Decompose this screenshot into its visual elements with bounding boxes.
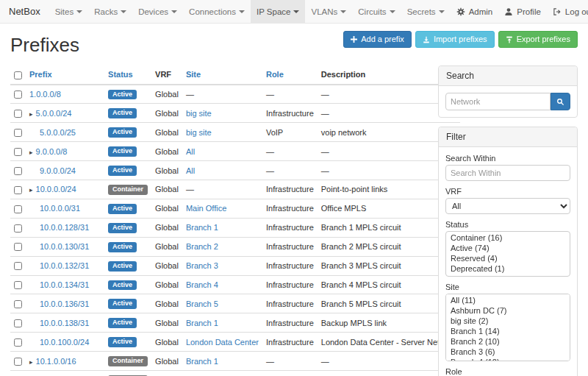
row-checkbox[interactable] bbox=[14, 224, 22, 233]
status-badge: Container bbox=[108, 185, 148, 195]
nav-item-devices[interactable]: Devices bbox=[132, 0, 183, 23]
site-filter-option[interactable]: Ashburn DC (7) bbox=[446, 305, 570, 316]
nav-item-connections[interactable]: Connections bbox=[183, 0, 251, 23]
row-checkbox[interactable] bbox=[14, 91, 22, 99]
prefix-link[interactable]: 10.0.100.0/24 bbox=[40, 338, 89, 347]
row-checkbox[interactable] bbox=[14, 129, 22, 137]
site-link[interactable]: All bbox=[186, 147, 195, 156]
row-checkbox[interactable] bbox=[14, 205, 22, 213]
prefix-link[interactable]: 10.0.0.0/31 bbox=[40, 204, 80, 213]
search-input[interactable] bbox=[445, 93, 551, 110]
column-header-site[interactable]: Site bbox=[182, 65, 262, 85]
site-filter-option[interactable]: big site (2) bbox=[446, 316, 570, 326]
row-checkbox[interactable] bbox=[14, 110, 22, 118]
row-checkbox[interactable] bbox=[14, 148, 22, 156]
status-badge: Active bbox=[108, 337, 137, 347]
column-header-role[interactable]: Role bbox=[262, 65, 318, 85]
search-button[interactable] bbox=[551, 93, 570, 110]
add-prefix-button[interactable]: Add a prefix bbox=[343, 31, 412, 48]
brand-logo[interactable]: NetBox bbox=[7, 0, 49, 23]
status-badge: Active bbox=[108, 299, 137, 309]
prefix-link[interactable]: 9.0.0.0/8 bbox=[36, 147, 68, 156]
prefix-link[interactable]: 10.0.0.0/24 bbox=[36, 185, 76, 194]
import-prefixes-button[interactable]: Import prefixes bbox=[415, 31, 495, 48]
nav-item-vlans[interactable]: VLANs bbox=[305, 0, 352, 23]
prefix-link[interactable]: 10.0.0.128/31 bbox=[40, 223, 89, 232]
site-filter-option[interactable]: All (11) bbox=[446, 295, 570, 305]
prefix-link[interactable]: 5.0.0.0/24 bbox=[36, 109, 72, 118]
status-badge: Active bbox=[108, 261, 137, 272]
row-checkbox[interactable] bbox=[14, 167, 22, 175]
role-value: — bbox=[266, 357, 274, 366]
role-value: Infrastructure bbox=[266, 338, 314, 347]
site-filter-option[interactable]: Branch 2 (10) bbox=[446, 336, 570, 347]
nav-item-sites[interactable]: Sites bbox=[49, 0, 89, 23]
site-filter-option[interactable]: Branch 3 (6) bbox=[446, 347, 570, 357]
site-link[interactable]: All bbox=[186, 166, 195, 175]
row-checkbox[interactable] bbox=[14, 262, 22, 270]
row-checkbox[interactable] bbox=[14, 186, 22, 194]
row-checkbox[interactable] bbox=[14, 319, 22, 327]
site-link[interactable]: Branch 4 bbox=[186, 280, 218, 289]
vrf-value: Global bbox=[155, 338, 179, 347]
nav-item-ip-space[interactable]: IP Space bbox=[251, 0, 305, 23]
nav-item-circuits[interactable]: Circuits bbox=[352, 0, 401, 23]
nav-item-label: Log out bbox=[565, 7, 588, 16]
site-link[interactable]: Main Office bbox=[186, 204, 226, 213]
prefix-link[interactable]: 9.0.0.0/24 bbox=[40, 166, 76, 175]
nav-item-admin[interactable]: Admin bbox=[451, 0, 499, 23]
table-row: 10.0.0.132/31ActiveGlobalBranch 3Infrast… bbox=[10, 256, 460, 275]
navbar: NetBox SitesRacksDevicesConnectionsIP Sp… bbox=[0, 0, 588, 24]
table-row: 5.0.0.0/25ActiveGlobalbig siteVoIPvoip n… bbox=[10, 123, 460, 142]
column-header-prefix[interactable]: Prefix bbox=[26, 65, 104, 85]
row-checkbox[interactable] bbox=[14, 300, 22, 308]
site-link[interactable]: Branch 1 bbox=[186, 223, 218, 232]
site-link[interactable]: London Data Center bbox=[186, 338, 259, 347]
prefix-link[interactable]: 10.0.0.132/31 bbox=[40, 261, 89, 270]
vrf-value: Global bbox=[155, 90, 179, 99]
site-link[interactable]: Branch 5 bbox=[186, 299, 218, 308]
expand-arrow-icon[interactable]: ▸ bbox=[29, 358, 33, 366]
site-filter-option[interactable]: Branch 1 (14) bbox=[446, 326, 570, 336]
vrf-select[interactable]: All bbox=[445, 198, 570, 214]
description-value: — bbox=[321, 109, 329, 118]
expand-arrow-icon[interactable]: ▸ bbox=[29, 110, 33, 118]
row-checkbox[interactable] bbox=[14, 281, 22, 289]
prefix-link[interactable]: 10.0.0.134/31 bbox=[40, 280, 89, 289]
column-header-status[interactable]: Status bbox=[104, 65, 151, 85]
status-filter-option[interactable]: Container (16) bbox=[446, 233, 570, 243]
nav-item-racks[interactable]: Racks bbox=[88, 0, 132, 23]
export-prefixes-button[interactable]: Export prefixes bbox=[498, 31, 578, 48]
status-filter-option[interactable]: Reserved (4) bbox=[446, 253, 570, 263]
prefix-link[interactable]: 10.1.0.0/16 bbox=[36, 357, 76, 366]
nav-item-profile[interactable]: Profile bbox=[498, 0, 547, 23]
status-filter-option[interactable]: Deprecated (1) bbox=[446, 263, 570, 274]
status-filter-option[interactable]: Active (74) bbox=[446, 243, 570, 253]
site-link[interactable]: Branch 3 bbox=[186, 261, 218, 270]
row-checkbox[interactable] bbox=[14, 243, 22, 251]
expand-arrow-icon[interactable]: ▸ bbox=[29, 186, 33, 194]
site-link[interactable]: Branch 2 bbox=[186, 242, 218, 251]
row-checkbox[interactable] bbox=[14, 358, 22, 366]
nav-item-secrets[interactable]: Secrets bbox=[401, 0, 451, 23]
site-filter-option[interactable]: Branch 4 (12) bbox=[446, 357, 570, 361]
prefix-link[interactable]: 10.0.0.136/31 bbox=[40, 299, 89, 308]
prefix-link[interactable]: 10.0.0.138/31 bbox=[40, 319, 89, 327]
row-checkbox[interactable] bbox=[14, 338, 22, 347]
prefix-link[interactable]: 1.0.0.0/8 bbox=[29, 90, 61, 99]
select-all-checkbox[interactable] bbox=[14, 71, 22, 79]
site-link[interactable]: Branch 1 bbox=[186, 357, 218, 366]
nav-item-log-out[interactable]: Log out bbox=[547, 0, 588, 23]
search-within-input[interactable] bbox=[445, 165, 570, 181]
status-filter-listbox[interactable]: Container (16)Active (74)Reserved (4)Dep… bbox=[445, 231, 570, 277]
site-link[interactable]: big site bbox=[186, 109, 212, 118]
site-link[interactable]: big site bbox=[186, 128, 212, 137]
site-link[interactable]: Branch 1 bbox=[186, 319, 218, 327]
prefix-table-wrap: PrefixStatusVRFSiteRoleDescription 1.0.0… bbox=[10, 65, 426, 376]
prefix-link[interactable]: 10.0.0.130/31 bbox=[40, 242, 89, 251]
nav-item-label: Connections bbox=[189, 7, 236, 16]
site-filter-listbox[interactable]: All (11)Ashburn DC (7)big site (2)Branch… bbox=[445, 294, 570, 361]
description-value: voip network bbox=[321, 128, 367, 137]
prefix-link[interactable]: 5.0.0.0/25 bbox=[40, 128, 76, 137]
expand-arrow-icon[interactable]: ▸ bbox=[29, 149, 33, 156]
